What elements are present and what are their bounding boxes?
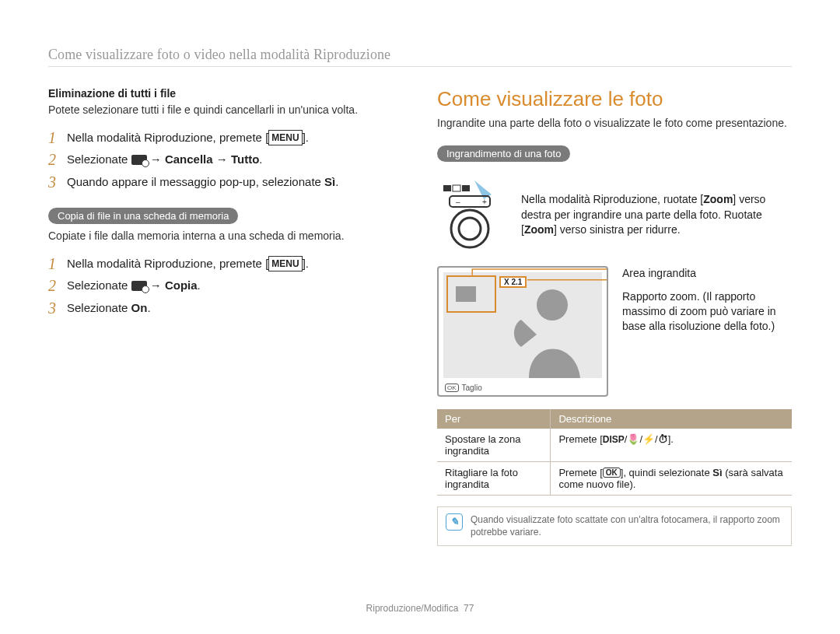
- menu-icon: MENU: [268, 130, 302, 145]
- svg-point-7: [459, 218, 481, 240]
- table-cell: Premete [OK], quindi selezionate Sì (sar…: [551, 461, 792, 495]
- callout-labels: Area ingrandita Rapporto zoom. (Il rappo…: [622, 266, 792, 344]
- step-text: Quando appare il messaggio pop-up, selez…: [67, 173, 338, 191]
- zoom-dial-icon: – +: [437, 180, 502, 250]
- svg-text:+: +: [482, 198, 487, 206]
- step-number: 2: [48, 277, 59, 294]
- svg-point-6: [451, 210, 488, 247]
- step-number: 3: [48, 173, 59, 191]
- svg-rect-1: [453, 185, 460, 191]
- zoom-ratio-tag: X 2.1: [499, 276, 527, 288]
- section-intro: Ingrandite una parte della foto o visual…: [437, 116, 792, 131]
- table-row: Spostare la zona ingrandita Premete [DIS…: [437, 429, 792, 462]
- photo-silhouette-icon: [506, 285, 591, 378]
- step-number: 2: [48, 151, 59, 168]
- table-header-desc: Descrizione: [551, 409, 792, 429]
- ok-icon: OK: [445, 384, 459, 392]
- settings-folder-icon: [131, 155, 147, 165]
- settings-folder-icon: [131, 281, 147, 291]
- delete-all-desc: Potete selezionare tutti i file e quindi…: [48, 103, 403, 118]
- step-text: Nella modalità Riproduzione, premete [ME…: [67, 129, 309, 147]
- step-text: Selezionate → Copia.: [67, 277, 201, 295]
- copy-steps: 1 Nella modalità Riproduzione, premete […: [48, 255, 403, 317]
- table-cell: Spostare la zona ingrandita: [437, 429, 551, 462]
- step-text: Selezionate On.: [67, 299, 151, 317]
- delete-all-heading: Eliminazione di tutti i file: [48, 87, 403, 100]
- copy-desc: Copiate i file dalla memoria interna a u…: [48, 229, 403, 244]
- step-2: 2 Selezionate → Cancella → Tutto.: [48, 151, 403, 169]
- step-1: 1 Nella modalità Riproduzione, premete […: [48, 129, 403, 147]
- menu-icon: MENU: [268, 256, 302, 271]
- step-text: Selezionate → Cancella → Tutto.: [67, 151, 262, 169]
- zoom-dial-text: Nella modalità Riproduzione, ruotate [Zo…: [521, 192, 792, 238]
- disp-icon: DISP: [603, 434, 625, 445]
- left-column: Eliminazione di tutti i file Potete sele…: [48, 87, 403, 546]
- delete-all-steps: 1 Nella modalità Riproduzione, premete […: [48, 129, 403, 191]
- screen-illustration: X 2.1 OK Taglio: [437, 266, 608, 397]
- page-footer: Riproduzione/Modifica 77: [0, 603, 840, 614]
- step-2: 2 Selezionate → Copia.: [48, 277, 403, 295]
- screen-caption: OK Taglio: [445, 384, 482, 392]
- note-text: Quando visualizzate foto scattate con un…: [471, 513, 783, 540]
- info-icon: ✎: [446, 513, 463, 531]
- ok-icon: OK: [603, 468, 621, 478]
- enlarged-area-box: [446, 275, 496, 313]
- section-title: Come visualizzare le foto: [437, 87, 792, 111]
- manual-page: Come visualizzare foto o video nella mod…: [0, 0, 840, 634]
- table-cell: Ritagliare la foto ingrandita: [437, 461, 551, 495]
- zoom-pill: Ingrandimento di una foto: [437, 145, 570, 162]
- description-table: Per Descrizione Spostare la zona ingrand…: [437, 409, 792, 496]
- svg-point-8: [537, 289, 568, 321]
- step-number: 1: [48, 255, 59, 272]
- note-box: ✎ Quando visualizzate foto scattate con …: [437, 506, 792, 547]
- area-label: Area ingrandita: [622, 266, 792, 281]
- step-3: 3 Selezionate On.: [48, 299, 403, 317]
- table-cell: Premete [DISP/🌷/⚡/⏱].: [551, 429, 792, 462]
- svg-text:–: –: [456, 198, 460, 206]
- svg-rect-2: [462, 185, 470, 191]
- table-row: Ritagliare la foto ingrandita Premete [O…: [437, 461, 792, 495]
- step-number: 3: [48, 299, 59, 317]
- step-3: 3 Quando appare il messaggio pop-up, sel…: [48, 173, 403, 191]
- svg-rect-0: [443, 185, 451, 191]
- ratio-label: Rapporto zoom. (Il rapporto massimo di z…: [622, 289, 792, 334]
- right-column: Come visualizzare le foto Ingrandite una…: [437, 87, 792, 546]
- step-1: 1 Nella modalità Riproduzione, premete […: [48, 255, 403, 273]
- breadcrumb: Come visualizzare foto o video nella mod…: [48, 47, 792, 67]
- copy-pill: Copia di file in una scheda di memoria: [48, 208, 238, 224]
- step-text: Nella modalità Riproduzione, premete [ME…: [67, 255, 309, 273]
- table-header-per: Per: [437, 409, 551, 429]
- step-number: 1: [48, 129, 59, 146]
